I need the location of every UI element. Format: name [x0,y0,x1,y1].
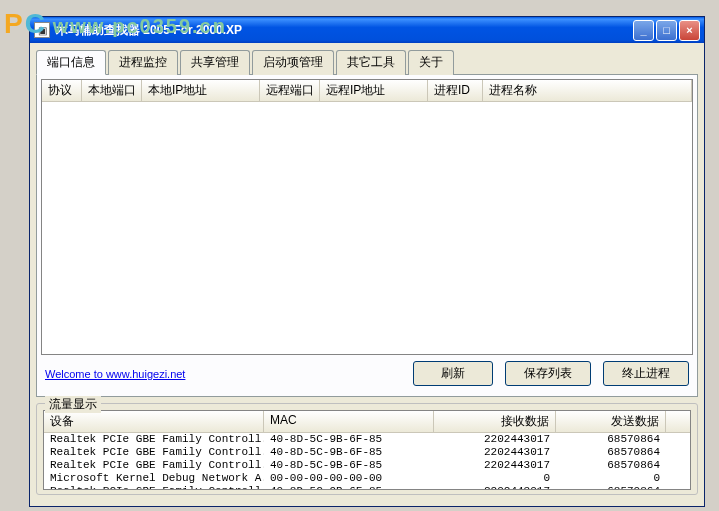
col-protocol[interactable]: 协议 [42,80,82,101]
col-process-name[interactable]: 进程名称 [483,80,692,101]
traffic-table[interactable]: 设备 MAC 接收数据 发送数据 Realtek PCIe GBE Family… [43,410,691,490]
traffic-row[interactable]: Realtek PCIe GBE Family Controll...40-8D… [44,485,690,489]
welcome-link[interactable]: Welcome to www.huigezi.net [45,368,185,380]
tcol-device[interactable]: 设备 [44,411,264,432]
traffic-group: 流量显示 设备 MAC 接收数据 发送数据 Realtek PCIe GBE F… [36,403,698,495]
traffic-row[interactable]: Realtek PCIe GBE Family Controll...40-8D… [44,446,690,459]
client-area: 端口信息 进程监控 共享管理 启动项管理 其它工具 关于 协议 本地端口 本地I… [30,43,704,506]
col-local-ip[interactable]: 本地IP地址 [142,80,260,101]
port-list-body[interactable] [42,102,692,354]
tab-about[interactable]: 关于 [408,50,454,75]
tab-share-manage[interactable]: 共享管理 [180,50,250,75]
col-remote-ip[interactable]: 远程IP地址 [320,80,428,101]
port-list[interactable]: 协议 本地端口 本地IP地址 远程端口 远程IP地址 进程ID 进程名称 [41,79,693,355]
titlebar[interactable]: ▣ 木马辅助查找器 2005 For 2000.XP _ □ × [30,17,704,43]
close-button[interactable]: × [679,20,700,41]
port-list-header: 协议 本地端口 本地IP地址 远程端口 远程IP地址 进程ID 进程名称 [42,80,692,102]
save-list-button[interactable]: 保存列表 [505,361,591,386]
bottom-bar: Welcome to www.huigezi.net 刷新 保存列表 终止进程 [41,355,693,392]
traffic-header: 设备 MAC 接收数据 发送数据 [44,411,690,433]
col-remote-port[interactable]: 远程端口 [260,80,320,101]
window-controls: _ □ × [633,20,700,41]
tab-startup-manage[interactable]: 启动项管理 [252,50,334,75]
kill-process-button[interactable]: 终止进程 [603,361,689,386]
tcol-mac[interactable]: MAC [264,411,434,432]
tab-content: 协议 本地端口 本地IP地址 远程端口 远程IP地址 进程ID 进程名称 Wel… [36,75,698,397]
app-icon: ▣ [34,22,50,38]
col-process-id[interactable]: 进程ID [428,80,483,101]
tab-port-info[interactable]: 端口信息 [36,50,106,75]
tab-other-tools[interactable]: 其它工具 [336,50,406,75]
minimize-button[interactable]: _ [633,20,654,41]
traffic-body[interactable]: Realtek PCIe GBE Family Controll...40-8D… [44,433,690,489]
window-title: 木马辅助查找器 2005 For 2000.XP [56,22,633,39]
traffic-legend: 流量显示 [45,396,101,413]
traffic-row[interactable]: Realtek PCIe GBE Family Controll...40-8D… [44,433,690,446]
traffic-row[interactable]: Microsoft Kernel Debug Network A...00-00… [44,472,690,485]
tcol-rx[interactable]: 接收数据 [434,411,556,432]
traffic-row[interactable]: Realtek PCIe GBE Family Controll...40-8D… [44,459,690,472]
maximize-button[interactable]: □ [656,20,677,41]
tab-process-monitor[interactable]: 进程监控 [108,50,178,75]
tcol-tx[interactable]: 发送数据 [556,411,666,432]
tab-strip: 端口信息 进程监控 共享管理 启动项管理 其它工具 关于 [36,49,698,75]
refresh-button[interactable]: 刷新 [413,361,493,386]
tabs-container: 端口信息 进程监控 共享管理 启动项管理 其它工具 关于 协议 本地端口 本地I… [36,49,698,397]
col-local-port[interactable]: 本地端口 [82,80,142,101]
main-window: ▣ 木马辅助查找器 2005 For 2000.XP _ □ × 端口信息 进程… [29,16,705,507]
